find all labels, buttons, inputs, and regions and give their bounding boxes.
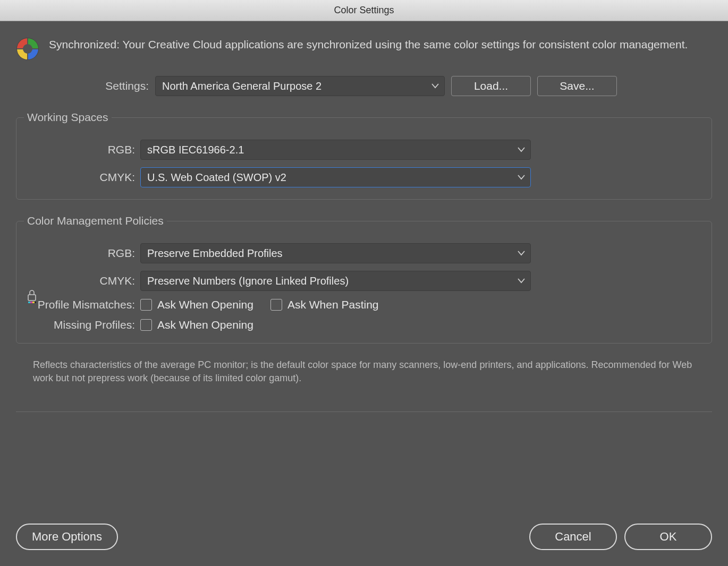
- pol-rgb-label: RGB:: [26, 247, 135, 260]
- ws-rgb-value: sRGB IEC61966-2.1: [147, 144, 244, 156]
- mismatch-ask-opening-checkbox[interactable]: [140, 299, 152, 311]
- cancel-button[interactable]: Cancel: [529, 524, 617, 550]
- save-button[interactable]: Save...: [537, 76, 617, 96]
- pol-rgb-value: Preserve Embedded Profiles: [147, 247, 283, 260]
- mismatch-ask-pasting-checkbox[interactable]: [270, 299, 282, 311]
- mismatch-ask-opening-label: Ask When Opening: [157, 298, 253, 311]
- ws-cmyk-value: U.S. Web Coated (SWOP) v2: [147, 171, 286, 184]
- settings-label: Settings:: [16, 80, 149, 92]
- svg-rect-6: [30, 302, 32, 303]
- chevron-down-icon: [431, 83, 439, 89]
- svg-rect-4: [28, 295, 36, 301]
- ws-cmyk-label: CMYK:: [26, 171, 135, 184]
- chevron-down-icon: [518, 251, 525, 256]
- chevron-down-icon: [518, 278, 525, 284]
- ws-rgb-label: RGB:: [26, 143, 135, 156]
- profile-mismatches-label: Profile Mismatches:: [26, 298, 135, 311]
- ws-rgb-dropdown[interactable]: sRGB IEC61966-2.1: [140, 140, 531, 160]
- settings-dropdown-value: North America General Purpose 2: [162, 80, 321, 92]
- missing-ask-opening-label: Ask When Opening: [157, 319, 253, 331]
- sync-icon: [16, 37, 39, 63]
- pol-cmyk-value: Preserve Numbers (Ignore Linked Profiles…: [147, 275, 349, 287]
- lock-icon: [26, 289, 38, 306]
- window-titlebar: Color Settings: [0, 0, 728, 21]
- color-settings-dialog: Synchronized: Your Creative Cloud applic…: [0, 21, 728, 566]
- mismatch-ask-pasting-label: Ask When Pasting: [287, 298, 379, 311]
- color-policies-group: Color Management Policies RGB: Preserve …: [16, 215, 712, 344]
- pol-rgb-dropdown[interactable]: Preserve Embedded Profiles: [140, 243, 531, 263]
- pol-cmyk-dropdown[interactable]: Preserve Numbers (Ignore Linked Profiles…: [140, 271, 531, 291]
- color-policies-legend: Color Management Policies: [24, 215, 167, 227]
- missing-profiles-label: Missing Profiles:: [26, 319, 135, 331]
- divider: [16, 411, 712, 412]
- ok-button[interactable]: OK: [624, 524, 712, 550]
- ws-cmyk-dropdown[interactable]: U.S. Web Coated (SWOP) v2: [140, 167, 531, 187]
- svg-rect-8: [35, 302, 36, 303]
- more-options-button[interactable]: More Options: [16, 524, 118, 550]
- svg-rect-5: [28, 302, 30, 303]
- description-text: Reflects characteristics of the average …: [33, 358, 695, 385]
- missing-ask-opening-checkbox[interactable]: [140, 319, 152, 331]
- pol-cmyk-label: CMYK:: [26, 275, 135, 287]
- sync-status-text: Synchronized: Your Creative Cloud applic…: [49, 37, 688, 52]
- settings-dropdown[interactable]: North America General Purpose 2: [155, 76, 445, 96]
- working-spaces-group: Working Spaces RGB: sRGB IEC61966-2.1 CM…: [16, 111, 712, 200]
- load-button[interactable]: Load...: [451, 76, 531, 96]
- svg-rect-7: [32, 302, 35, 303]
- chevron-down-icon: [518, 147, 525, 152]
- working-spaces-legend: Working Spaces: [24, 111, 112, 124]
- window-title: Color Settings: [334, 5, 394, 16]
- chevron-down-icon: [518, 175, 525, 180]
